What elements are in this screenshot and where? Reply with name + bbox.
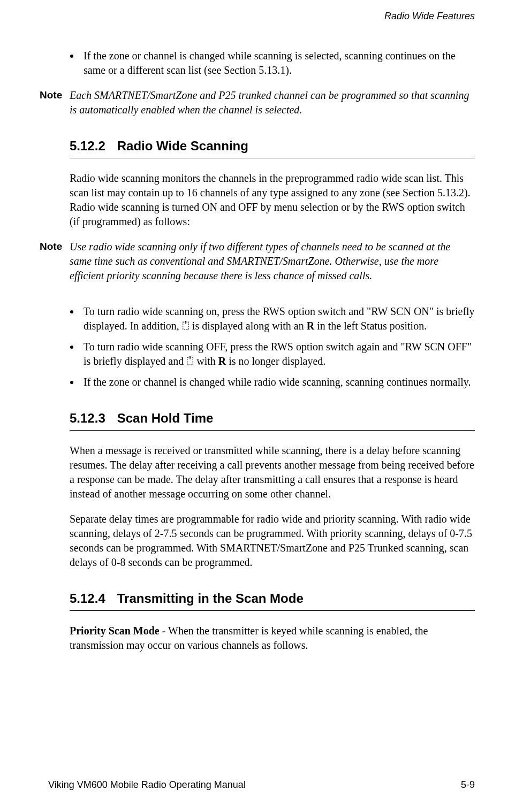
- page-content: If the zone or channel is changed while …: [70, 49, 475, 653]
- list-item: If the zone or channel is changed while …: [80, 49, 475, 78]
- list-item: If the zone or channel is changed while …: [80, 375, 475, 389]
- scan-icon: [182, 320, 190, 334]
- section-title: Radio Wide Scanning: [117, 139, 248, 153]
- body-paragraph: Separate delay times are programmable fo…: [70, 512, 475, 570]
- section-rule: [70, 610, 475, 611]
- list-item: To turn radio wide scanning OFF, press t…: [80, 340, 475, 370]
- section-rule: [70, 430, 475, 431]
- section-heading-5-12-4: 5.12.4Transmitting in the Scan Mode: [70, 591, 475, 606]
- bold-r: R: [307, 320, 314, 332]
- section-title: Scan Hold Time: [117, 411, 214, 425]
- page: Radio Wide Features If the zone or chann…: [0, 0, 523, 812]
- scan-icon: [186, 355, 194, 370]
- body-paragraph: Priority Scan Mode - When the transmitte…: [70, 624, 475, 653]
- text-segment: is no longer displayed.: [226, 355, 325, 367]
- text-segment: with: [194, 355, 218, 367]
- bullet-list: To turn radio wide scanning on, press th…: [70, 304, 475, 389]
- note-block: Note Use radio wide scanning only if two…: [70, 240, 475, 283]
- list-item: To turn radio wide scanning on, press th…: [80, 304, 475, 334]
- section-heading-5-12-3: 5.12.3Scan Hold Time: [70, 411, 475, 426]
- footer-right: 5-9: [461, 779, 475, 791]
- note-label: Note: [40, 240, 70, 252]
- intro-bullet-list: If the zone or channel is changed while …: [70, 49, 475, 78]
- section-heading-5-12-2: 5.12.2Radio Wide Scanning: [70, 139, 475, 154]
- bold-lead: Priority Scan Mode: [70, 625, 160, 637]
- bold-r: R: [218, 355, 226, 367]
- note-text: Use radio wide scanning only if two diff…: [70, 240, 475, 283]
- section-number: 5.12.2: [70, 139, 105, 154]
- section-number: 5.12.4: [70, 591, 105, 606]
- section-rule: [70, 158, 475, 158]
- section-number: 5.12.3: [70, 411, 105, 426]
- text-segment: is displayed along with an: [190, 320, 307, 332]
- running-header: Radio Wide Features: [54, 11, 475, 22]
- note-text: Each SMARTNET/SmartZone and P25 trunked …: [70, 88, 475, 117]
- note-block: Note Each SMARTNET/SmartZone and P25 tru…: [70, 88, 475, 117]
- section-title: Transmitting in the Scan Mode: [117, 591, 304, 606]
- footer-left: Viking VM600 Mobile Radio Operating Manu…: [48, 779, 246, 791]
- text-segment: in the left Status position.: [314, 320, 427, 332]
- page-footer: Viking VM600 Mobile Radio Operating Manu…: [48, 779, 475, 791]
- body-paragraph: Radio wide scanning monitors the channel…: [70, 171, 475, 229]
- body-paragraph: When a message is received or transmitte…: [70, 443, 475, 501]
- note-label: Note: [40, 88, 70, 101]
